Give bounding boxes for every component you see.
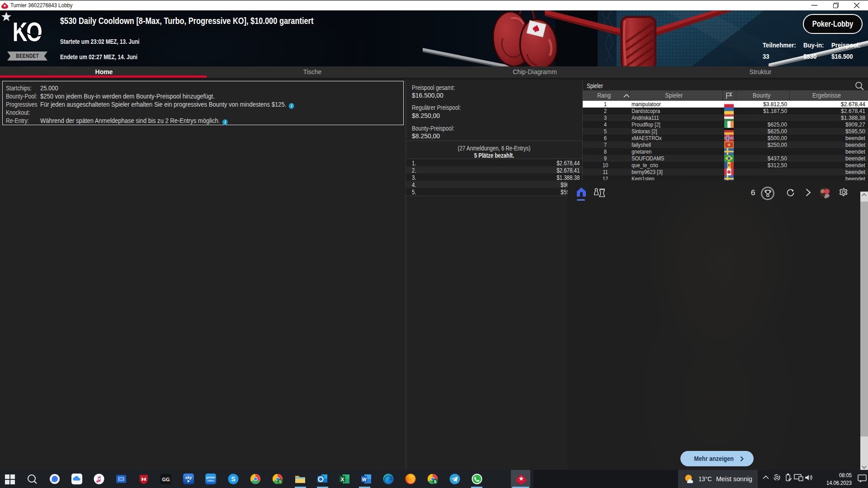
svg-text:$: $ — [279, 479, 281, 484]
svg-text:video: video — [207, 479, 214, 482]
svg-text:W: W — [362, 477, 367, 482]
svg-text:KO: KO — [14, 17, 42, 44]
svg-text:$: $ — [434, 479, 436, 484]
svg-text:S: S — [231, 475, 235, 483]
svg-text:GG: GG — [162, 477, 170, 482]
svg-text:sky: sky — [185, 475, 192, 480]
svg-text:X: X — [341, 477, 344, 482]
